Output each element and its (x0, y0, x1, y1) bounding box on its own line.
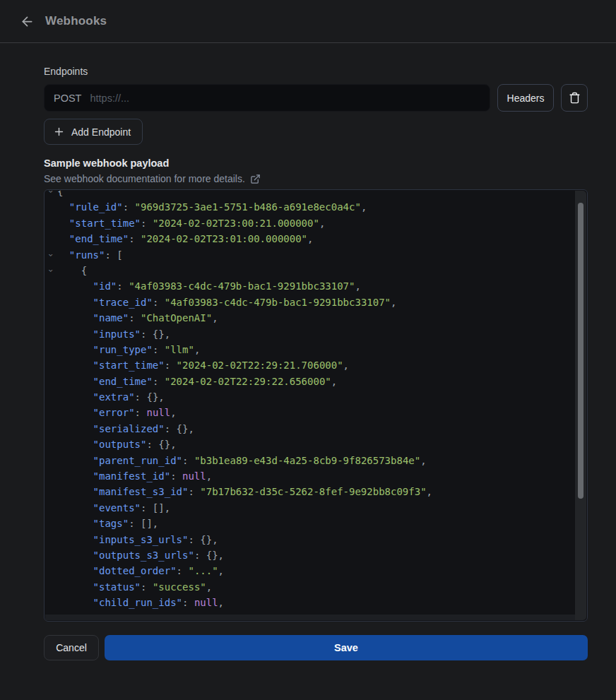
code-line: "inputs": {}, (45, 326, 575, 342)
endpoints-label: Endpoints (44, 66, 588, 77)
fold-chevron-icon[interactable]: › (45, 263, 57, 278)
fold-gutter (45, 310, 57, 326)
code-line: "rule_id": "969d3725-3ae1-5751-b486-a691… (45, 199, 575, 215)
fold-gutter (45, 357, 57, 373)
fold-gutter (45, 453, 57, 468)
fold-gutter (45, 199, 57, 215)
header: Webhooks (0, 0, 616, 43)
code-line: "extra": {}, (45, 389, 575, 405)
fold-gutter (45, 405, 57, 420)
code-viewport: ›{ "rule_id": "969d3725-3ae1-5751-b486-a… (45, 191, 575, 615)
code-line: "tags": [], (45, 516, 575, 531)
fold-gutter (45, 500, 57, 516)
fold-gutter (45, 389, 57, 405)
back-arrow-icon (20, 14, 35, 29)
code-line: › "runs": [ (45, 247, 575, 263)
fold-gutter (45, 595, 57, 610)
code-line: "manifest_id": null, (45, 468, 575, 484)
webhooks-panel: Endpoints POST Headers Add Endpoint Samp… (0, 66, 616, 660)
code-line: "dotted_order": "...", (45, 563, 575, 579)
fold-gutter (45, 516, 57, 531)
fold-gutter (45, 563, 57, 579)
cancel-button[interactable]: Cancel (44, 635, 99, 660)
vertical-scrollbar-thumb[interactable] (578, 203, 584, 499)
code-lines: ›{ "rule_id": "969d3725-3ae1-5751-b486-a… (45, 191, 575, 615)
delete-endpoint-button[interactable] (561, 84, 588, 112)
code-line: "status": "success", (45, 579, 575, 595)
endpoint-url-field[interactable]: POST (44, 84, 490, 112)
sample-payload-title: Sample webhook payload (44, 158, 588, 169)
code-line: "inputs_s3_urls": {}, (45, 532, 575, 547)
fold-gutter (45, 468, 57, 484)
code-line: "end_time": "2024-02-02T23:01:00.000000"… (45, 231, 575, 247)
endpoint-row: POST Headers (44, 84, 588, 112)
vertical-scrollbar-track[interactable] (575, 191, 586, 620)
fold-gutter (45, 532, 57, 547)
add-endpoint-button[interactable]: Add Endpoint (44, 119, 143, 145)
code-line: "child_run_ids": null, (45, 595, 575, 610)
fold-gutter (45, 484, 57, 499)
fold-gutter (45, 579, 57, 595)
http-method-label: POST (54, 93, 81, 104)
code-line: "start_time": "2024-02-02T23:00:21.00000… (45, 215, 575, 231)
trash-icon (569, 92, 581, 104)
code-line: "outputs": {}, (45, 437, 575, 452)
fold-gutter (45, 326, 57, 342)
endpoint-url-input[interactable] (90, 93, 480, 104)
fold-gutter (45, 231, 57, 247)
headers-button[interactable]: Headers (497, 84, 554, 112)
code-line: "serialized": {}, (45, 421, 575, 437)
horizontal-scrollbar-track[interactable] (45, 615, 575, 620)
fold-gutter (45, 437, 57, 452)
fold-gutter (45, 421, 57, 437)
payload-code-editor[interactable]: ›{ "rule_id": "969d3725-3ae1-5751-b486-a… (44, 189, 588, 622)
page-title: Webhooks (45, 14, 107, 28)
fold-gutter (45, 342, 57, 357)
code-line: ›{ (45, 191, 575, 199)
fold-gutter (45, 374, 57, 389)
fold-gutter (45, 215, 57, 231)
code-line: "events": [], (45, 500, 575, 516)
code-line: "trace_id": "4af03983-c4dc-479b-bac1-929… (45, 295, 575, 310)
code-line: "id": "4af03983-c4dc-479b-bac1-9291bbc33… (45, 278, 575, 294)
webhook-docs-link[interactable]: See webhook documentation for more detai… (44, 173, 261, 184)
add-endpoint-label: Add Endpoint (71, 126, 131, 138)
fold-gutter (45, 547, 57, 563)
code-line: "start_time": "2024-02-02T22:29:21.70600… (45, 357, 575, 373)
back-button[interactable] (17, 11, 37, 31)
fold-gutter (45, 295, 57, 310)
code-line: "parent_run_id": "b3b1ea89-e43d-4a25-8cb… (45, 453, 575, 468)
code-line: "name": "ChatOpenAI", (45, 310, 575, 326)
fold-chevron-icon[interactable]: › (45, 191, 57, 199)
code-line: "outputs_s3_urls": {}, (45, 547, 575, 563)
footer-actions: Cancel Save (44, 635, 588, 660)
fold-chevron-icon[interactable]: › (45, 247, 57, 263)
code-line: "run_type": "llm", (45, 342, 575, 357)
code-line: "end_time": "2024-02-02T22:29:22.656000"… (45, 374, 575, 389)
fold-gutter (45, 278, 57, 294)
code-line: › { (45, 263, 575, 278)
plus-icon (53, 126, 65, 138)
save-button[interactable]: Save (105, 635, 588, 660)
code-line: "error": null, (45, 405, 575, 420)
code-line: "manifest_s3_id": "7b17b632-d35c-5262-8f… (45, 484, 575, 499)
webhook-docs-link-label: See webhook documentation for more detai… (44, 173, 245, 184)
external-link-icon (250, 174, 261, 184)
